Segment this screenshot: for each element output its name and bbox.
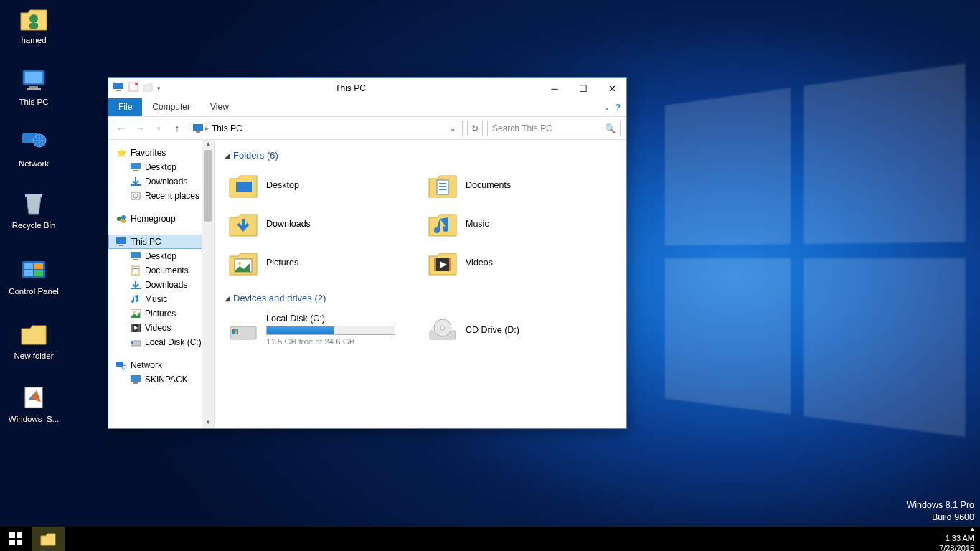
folder-documents[interactable]: Documents xyxy=(424,168,616,202)
content-pane: ◢Folders (6) Desktop Documents Downloads… xyxy=(215,140,626,428)
help-icon[interactable]: ? xyxy=(616,103,621,113)
drive-cd-d[interactable]: CD Drive (D:) xyxy=(424,311,616,349)
svg-rect-8 xyxy=(25,194,42,197)
tree-item[interactable]: Downloads xyxy=(108,174,202,189)
tree-item[interactable]: SKINPACK xyxy=(108,372,202,387)
svg-rect-16 xyxy=(116,90,121,91)
folder-videos[interactable]: Videos xyxy=(424,245,616,280)
svg-rect-47 xyxy=(133,382,138,384)
new-folder-icon[interactable] xyxy=(143,82,153,95)
up-button[interactable]: ↑ xyxy=(170,121,184,136)
svg-rect-51 xyxy=(439,186,446,187)
system-tray[interactable]: ▴ 1:33 AM 7/28/2015 xyxy=(933,522,980,551)
drive-usage-bar xyxy=(266,326,395,335)
tree-item[interactable]: Music xyxy=(108,292,202,306)
tree-favorites[interactable]: ⭐Favorites xyxy=(108,146,202,160)
svg-rect-68 xyxy=(17,532,22,538)
address-dropdown-icon[interactable]: ⌄ xyxy=(446,123,459,133)
properties-icon[interactable] xyxy=(128,82,138,95)
drive-name: CD Drive (D:) xyxy=(466,325,519,335)
tree-this-pc[interactable]: This PC xyxy=(108,235,202,249)
svg-rect-4 xyxy=(29,86,38,88)
tree-item[interactable]: Videos xyxy=(108,321,202,335)
ribbon-expand-icon[interactable]: ⌄ xyxy=(603,103,610,112)
address-segment[interactable]: This PC xyxy=(209,123,245,133)
section-folders-header[interactable]: ◢Folders (6) xyxy=(225,150,616,161)
tree-item[interactable]: Recent places xyxy=(108,189,202,203)
folder-downloads[interactable]: Downloads xyxy=(225,207,417,241)
tree-item[interactable]: Pictures xyxy=(108,306,202,321)
nav-scrollbar[interactable]: ▴ ▾ xyxy=(202,140,214,428)
pc-icon xyxy=(19,66,48,95)
tray-expand-icon[interactable]: ▴ xyxy=(971,525,974,532)
ribbon-tab-file[interactable]: File xyxy=(108,98,142,116)
svg-rect-22 xyxy=(133,170,138,171)
folder-music[interactable]: Music xyxy=(424,207,616,241)
close-button[interactable]: ✕ xyxy=(598,80,626,97)
section-drives-header[interactable]: ◢Devices and drives (2) xyxy=(225,293,616,303)
tree-network[interactable]: Network xyxy=(108,358,202,372)
refresh-button[interactable]: ↻ xyxy=(467,121,483,136)
svg-point-26 xyxy=(117,217,121,221)
drive-local-c[interactable]: Local Disk (C:) 11.5 GB free of 24.6 GB xyxy=(225,311,417,349)
svg-rect-43 xyxy=(131,342,133,344)
music-folder-icon xyxy=(427,209,458,238)
tree-item[interactable]: Downloads xyxy=(108,278,202,292)
titlebar[interactable]: ▾ This PC ─ ☐ ✕ xyxy=(108,78,626,98)
desktop-icon-control-panel[interactable]: Control Panel xyxy=(6,255,62,296)
folder-pictures[interactable]: Pictures xyxy=(225,245,417,280)
svg-point-18 xyxy=(135,83,138,85)
maximize-button[interactable]: ☐ xyxy=(569,80,598,97)
icon-label: hamed xyxy=(6,36,62,44)
start-button[interactable] xyxy=(0,527,32,551)
windows-watermark: Windows 8.1 Pro Build 9600 xyxy=(907,499,974,524)
folder-desktop[interactable]: Desktop xyxy=(225,168,417,202)
svg-rect-70 xyxy=(17,540,22,545)
desktop-icon xyxy=(130,250,141,262)
svg-rect-34 xyxy=(133,268,138,269)
tree-item[interactable]: Local Disk (C:) xyxy=(108,335,202,349)
tree-item[interactable]: Desktop xyxy=(108,249,202,263)
forward-button[interactable]: → xyxy=(133,121,147,136)
ribbon-tab-view[interactable]: View xyxy=(200,98,239,116)
svg-rect-21 xyxy=(131,163,141,169)
scroll-up-icon[interactable]: ▴ xyxy=(202,140,214,150)
desktop-icon-this-pc[interactable]: This PC xyxy=(6,66,62,106)
svg-rect-30 xyxy=(119,245,123,246)
drive-icon xyxy=(130,336,141,348)
tree-item[interactable]: Documents xyxy=(108,263,202,278)
search-placeholder: Search This PC xyxy=(492,123,552,133)
taskbar-explorer[interactable] xyxy=(32,527,65,551)
scroll-down-icon[interactable]: ▾ xyxy=(202,418,214,428)
tree-homegroup[interactable]: Homegroup xyxy=(108,212,202,226)
address-bar[interactable]: ▸ This PC ⌄ xyxy=(189,121,463,136)
desktop-icon-new-folder[interactable]: New folder xyxy=(6,320,62,360)
tree-item[interactable]: Desktop xyxy=(108,160,202,174)
cd-drive-icon xyxy=(427,316,458,344)
desktop-icon-network[interactable]: Network xyxy=(6,128,62,168)
ribbon-tab-computer[interactable]: Computer xyxy=(142,98,200,116)
svg-rect-60 xyxy=(232,329,234,331)
drive-icon xyxy=(227,316,259,344)
svg-point-45 xyxy=(122,365,126,369)
pc-icon xyxy=(130,374,141,385)
svg-rect-50 xyxy=(439,183,446,184)
search-input[interactable]: Search This PC 🔍 xyxy=(487,121,621,136)
svg-rect-1 xyxy=(29,23,38,29)
desktop-icon-user[interactable]: hamed xyxy=(6,4,62,44)
folder-icon xyxy=(19,320,48,349)
clock-date: 7/28/2015 xyxy=(939,544,974,551)
svg-rect-40 xyxy=(131,324,133,332)
icon-label: New folder xyxy=(6,352,62,360)
minimize-button[interactable]: ─ xyxy=(540,80,569,97)
desktop-icon-recycle[interactable]: Recycle Bin xyxy=(6,189,62,230)
svg-rect-15 xyxy=(113,83,123,89)
recycle-icon xyxy=(19,189,48,218)
back-button[interactable]: ← xyxy=(114,121,128,136)
recent-dropdown-icon[interactable]: ▾ xyxy=(151,121,166,136)
desktop-icon-theme-file[interactable]: Windows_S... xyxy=(6,383,62,423)
svg-rect-5 xyxy=(27,88,41,90)
scroll-thumb[interactable] xyxy=(204,150,212,222)
svg-rect-12 xyxy=(24,270,33,276)
svg-rect-11 xyxy=(34,263,43,269)
